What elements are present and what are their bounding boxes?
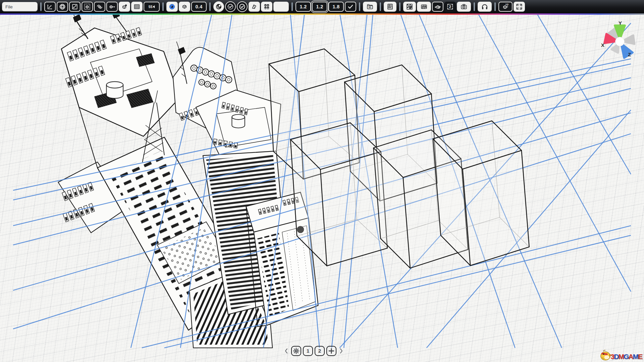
watermark-text: 3DMGAME (611, 353, 642, 361)
watermark-letter: M (618, 353, 624, 360)
folder3d-icon: 3D (366, 3, 374, 10)
line-width-bold[interactable]: 1.8 (328, 2, 344, 12)
watermark-letter: D (614, 353, 618, 360)
camera-capture[interactable] (457, 2, 471, 12)
expand-icon (516, 3, 523, 10)
page-1-button[interactable]: 1 (303, 346, 313, 356)
scene-drawing (0, 15, 644, 362)
y-axis-label: Y (619, 20, 622, 26)
toolbar-separator (359, 2, 360, 11)
vertexcube-icon (121, 3, 128, 10)
extrudecube-icon (108, 3, 116, 10)
select-object-tool[interactable] (82, 2, 93, 12)
watermark: 3DMGAME (599, 349, 642, 361)
watermark-letter: G (624, 353, 628, 360)
fullscreen-toggle[interactable] (514, 2, 525, 12)
svg-text:55: 55 (149, 5, 153, 9)
line-check-toggle[interactable] (345, 2, 356, 12)
globe-icon (59, 3, 66, 10)
prism-icon (251, 3, 258, 10)
axis-gizmo[interactable]: YXZ (596, 18, 643, 65)
watermark-letter: A (628, 353, 633, 360)
record-icon (168, 3, 176, 10)
camera-lens-value[interactable]: 55 (144, 2, 160, 12)
scale-tool[interactable] (69, 2, 80, 12)
line-width-selected[interactable]: 1.2 (312, 2, 327, 12)
settings-button[interactable] (291, 346, 301, 356)
toolbar-separator (494, 2, 496, 11)
spherecheck-icon (227, 3, 234, 10)
frame-2-toggle[interactable]: 2 (444, 2, 456, 12)
smooth-check[interactable] (237, 1, 248, 12)
piano-icon (420, 3, 428, 10)
record-button[interactable] (166, 2, 178, 12)
bead-spheres[interactable] (261, 2, 272, 12)
next-page-button[interactable] (338, 346, 344, 356)
headphones-audio[interactable] (478, 2, 492, 12)
toolbar-separator (399, 2, 400, 11)
shaded-sphere-toggle[interactable] (213, 1, 224, 12)
shelf-icon (386, 3, 394, 10)
material-library[interactable] (384, 2, 396, 12)
translate-object-tool[interactable] (106, 2, 118, 12)
vertex-cube-tool[interactable] (119, 2, 130, 12)
tone-dither[interactable] (403, 2, 416, 12)
toolbar: File 550.41.21.21.83D2123 (0, 0, 644, 13)
svg-text:2: 2 (449, 5, 451, 9)
watermark-letter: E (638, 353, 642, 360)
orbitcube-icon (96, 3, 103, 10)
camera-icon (460, 3, 468, 10)
grid-icon (133, 3, 141, 10)
cam55-icon: 55 (148, 3, 155, 10)
toolbar-separator (380, 2, 381, 11)
rotate-object-tool[interactable] (94, 2, 105, 12)
x-axis-label: X (601, 42, 604, 48)
sphere-icon (215, 3, 222, 10)
add-page-button[interactable] (326, 346, 336, 356)
z-axis-label: Z (628, 52, 631, 57)
canvas-viewport[interactable]: YXZ 12 3DMGAME (0, 15, 644, 362)
check-icon (347, 3, 354, 10)
headphones-icon (481, 3, 488, 10)
app-window: File 550.41.21.21.83D2123 (0, 0, 644, 362)
toolbar-separator (162, 2, 164, 11)
folder-3d[interactable]: 3D (363, 2, 377, 12)
file-button-label: File (5, 4, 13, 9)
prism-view[interactable] (249, 2, 260, 12)
page-2-button[interactable]: 2 (315, 346, 325, 356)
toolbar-separator (209, 2, 211, 11)
opacity-value[interactable]: 0.4 (191, 2, 207, 12)
line-width-main[interactable]: 1.2 (296, 2, 311, 12)
file-button[interactable]: File (2, 2, 38, 11)
circlecheck-icon (238, 3, 246, 10)
watermark-letter: 3 (611, 353, 614, 360)
frame2-icon: 2 (446, 3, 454, 10)
move-axes-tool[interactable] (44, 2, 56, 12)
orbit-globe-tool[interactable] (57, 2, 68, 12)
solid-cube-view[interactable] (179, 2, 190, 12)
svg-text:123: 123 (505, 3, 508, 5)
scale-icon (71, 3, 78, 10)
perspective-edit[interactable] (432, 2, 443, 12)
prev-page-button[interactable] (283, 346, 289, 356)
wireframe-boxes[interactable] (269, 49, 529, 268)
svg-text:3D: 3D (368, 6, 371, 8)
tone-lines[interactable] (417, 2, 431, 12)
toolbar-separator (291, 2, 293, 11)
toolbar-separator (474, 2, 475, 11)
blank-swatch[interactable] (273, 2, 289, 12)
beads-icon (263, 3, 270, 10)
toolbar-separator (40, 2, 42, 11)
cube-icon (181, 3, 188, 10)
page-controls: 12 (283, 346, 344, 356)
cube123-icon: 123 (502, 3, 509, 10)
grid-toggle[interactable] (131, 2, 143, 12)
dotted-sphere-check[interactable] (225, 1, 236, 12)
dither-icon (406, 3, 413, 10)
axes-icon (46, 3, 54, 10)
numbered-cube[interactable]: 123 (498, 2, 513, 12)
selectcube-icon (84, 3, 91, 10)
watermark-letter: M (633, 353, 638, 360)
persp-icon (434, 3, 441, 10)
